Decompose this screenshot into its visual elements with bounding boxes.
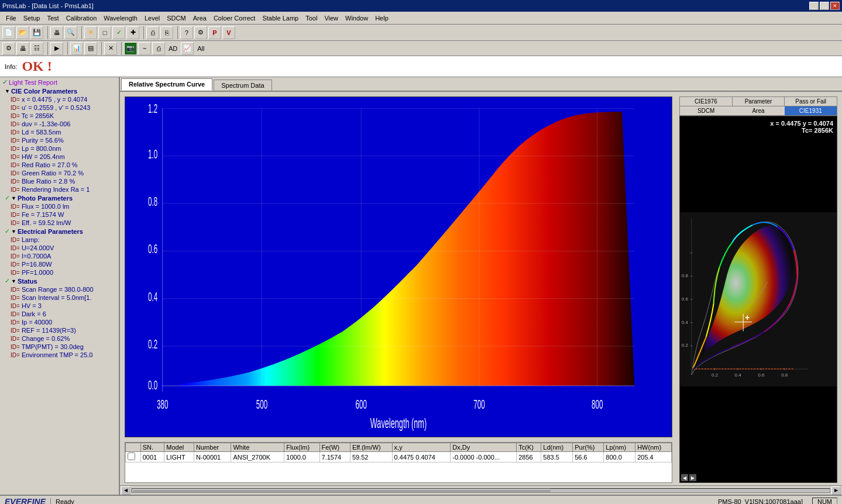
section-photo[interactable]: ✓ ▼ Photo Parameters [0, 194, 119, 202]
cie-diagram[interactable]: x = 0.4475 y = 0.4074 Tc= 2856K [679, 116, 837, 483]
menu-setup[interactable]: Setup [20, 13, 44, 23]
tb2-copy2-btn[interactable]: ⎙ [152, 42, 165, 55]
menu-test[interactable]: Test [43, 13, 62, 23]
cell-hw: 205.4 [635, 452, 672, 462]
tab-spectrum-curve[interactable]: Relative Spectrum Curve [121, 78, 212, 91]
tree-root[interactable]: ✓ Light Test Report [0, 77, 119, 87]
col-header-number: Number [194, 443, 231, 452]
menu-file[interactable]: File [2, 13, 20, 23]
brand-label: EVERFINE [5, 497, 46, 504]
horizontal-scrollbar[interactable]: ◀ ▶ [120, 485, 842, 495]
scroll-right-btn[interactable]: ▶ [831, 486, 841, 495]
svg-text:Wavelength (nm): Wavelength (nm) [370, 415, 427, 430]
tb-v-btn[interactable]: V [222, 26, 235, 39]
menu-color-correct[interactable]: Coloer Correct [210, 13, 259, 23]
section-electrical[interactable]: ✓ ▼ Electrical Parameters [0, 227, 119, 236]
cie-tab-1931[interactable]: CIE1931 [785, 106, 837, 115]
tb-p-btn[interactable]: P [208, 26, 221, 39]
scroll-left-btn[interactable]: ◀ [121, 486, 130, 495]
tab-spectrum-data[interactable]: Spectrum Data [214, 80, 271, 91]
spectrum-chart-container: Wavelength(nm):380.0 Spectrum :0.0392 Sp… [122, 94, 675, 485]
param-duv-id: ID= [11, 121, 20, 127]
param-lp-id: ID= [11, 146, 20, 152]
cie-tabs-row2: SDCM Area CIE1931 [679, 106, 837, 116]
svg-text:0.4: 0.4 [682, 320, 689, 325]
menu-calibration[interactable]: Calibration [63, 13, 101, 23]
section-status[interactable]: ✓ ▼ Status [0, 277, 119, 285]
tb2-grid-icon[interactable]: ☷ [30, 42, 43, 55]
tb-help-btn[interactable]: ? [180, 26, 193, 39]
cie-tc-text: Tc= 2856K [770, 127, 833, 134]
menu-area[interactable]: Area [190, 13, 210, 23]
tb2-graph-btn[interactable]: 📈 [181, 42, 194, 55]
tb2-settings-icon[interactable]: ⚙ [2, 42, 15, 55]
menu-view[interactable]: View [321, 13, 342, 23]
menu-tool[interactable]: Tool [302, 13, 321, 23]
cie-tab-sdcm[interactable]: SDCM [680, 106, 732, 115]
svg-text:0.8: 0.8 [148, 194, 157, 209]
cie-left-arrow[interactable]: ◀ [681, 474, 688, 481]
menu-help[interactable]: Help [372, 13, 392, 23]
cie-tab-parameter[interactable]: Parameter [733, 97, 785, 106]
param-ld: ID= Ld = 583.5nm [0, 128, 119, 136]
col-header-model: Model [164, 443, 194, 452]
svg-text:0.6: 0.6 [148, 241, 157, 256]
minimize-button[interactable]: _ [809, 2, 819, 10]
tb-new-btn[interactable]: 📄 [2, 26, 15, 39]
cie-overlay: x = 0.4475 y = 0.4074 Tc= 2856K [770, 120, 833, 134]
tb2-monitor-icon[interactable]: 🖶 [16, 42, 29, 55]
menu-level[interactable]: Level [141, 13, 163, 23]
row-checkbox[interactable] [128, 453, 135, 460]
param-pf: ID= PF=1.0000 [0, 268, 119, 277]
close-button[interactable]: ✕ [830, 2, 840, 10]
tb2-wave-btn[interactable]: ~ [138, 42, 151, 55]
svg-text:0.4: 0.4 [735, 372, 742, 378]
section-elec-label: Electrical Parameters [18, 228, 83, 235]
cie-diagram-svg: 0.2 0.4 0.6 0.8 0.2 0.4 0.6 [680, 116, 837, 482]
param-dark-id: ID= [11, 311, 20, 317]
toolbar2: ⚙ 🖶 ☷ ▶ 📊 ▤ ✕ 📷 ~ ⎙ AD 📈 All [0, 41, 842, 56]
param-current: ID= I=0.7000A [0, 252, 119, 260]
tb-print-btn[interactable]: 🖶 [50, 26, 63, 39]
tb2-arrow-icon[interactable]: ▶ [50, 42, 63, 55]
table-row[interactable]: 0001 LIGHT N-00001 ANSI_2700K 1000.0 7.1… [126, 452, 672, 462]
cie-tab-area[interactable]: Area [732, 106, 784, 115]
param-tmp-pmt: ID= TMP(PMT) = 30.0deg [0, 343, 119, 351]
menu-window[interactable]: Window [342, 13, 372, 23]
menu-wavelength[interactable]: Wavelength [100, 13, 141, 23]
menu-sdcm[interactable]: SDCM [163, 13, 189, 23]
tb2-chart2-icon[interactable]: ▤ [84, 42, 97, 55]
section-cie[interactable]: ▼ CIE Color Parameters [0, 87, 119, 95]
cie-tab-1976[interactable]: CIE1976 [680, 97, 733, 106]
tb-preview-btn[interactable]: 🔍 [64, 26, 77, 39]
cell-dxdy: -0.0000 -0.000... [451, 452, 517, 462]
spectrum-chart[interactable]: Wavelength(nm):380.0 Spectrum :0.0392 Sp… [125, 96, 672, 437]
tb-light-btn[interactable]: ☀ [84, 26, 97, 39]
cie-tab-pass-fail[interactable]: Pass or Fail [785, 97, 837, 106]
restore-button[interactable]: ◻ [820, 2, 829, 10]
tb-copy-btn[interactable]: ⎙ [146, 26, 159, 39]
tb-paste-btn[interactable]: ⎘ [160, 26, 173, 39]
scroll-thumb[interactable] [132, 489, 551, 492]
cell-sn: 0001 [140, 452, 164, 462]
tb-settings-btn[interactable]: ⚙ [194, 26, 207, 39]
tb2-close-icon[interactable]: ✕ [104, 42, 117, 55]
scroll-track[interactable] [132, 488, 830, 493]
param-lamp-id: ID= [11, 237, 20, 243]
svg-text:0.6: 0.6 [682, 296, 689, 302]
tb-save-btn[interactable]: 💾 [30, 26, 43, 39]
tb-open-btn[interactable]: 📂 [16, 26, 29, 39]
param-voltage: ID= U=24.000V [0, 244, 119, 252]
info-label: Info: [5, 63, 17, 70]
tb2-camera-btn[interactable]: 📷 [124, 42, 137, 55]
cie-right-arrow[interactable]: ▶ [689, 474, 696, 481]
tb-square-btn[interactable]: □ [98, 26, 111, 39]
param-change: ID= Change = 0.62% [0, 334, 119, 343]
param-ip: ID= Ip = 40000 [0, 318, 119, 326]
col-header-lp: Lp(nm) [604, 443, 635, 452]
menu-stable-lamp[interactable]: Stable Lamp [259, 13, 302, 23]
tb-plus-btn[interactable]: ✚ [126, 26, 139, 39]
tb-check-btn[interactable]: ✓ [112, 26, 125, 39]
svg-text:0.0: 0.0 [148, 378, 157, 392]
tb2-chart-icon[interactable]: 📊 [70, 42, 83, 55]
